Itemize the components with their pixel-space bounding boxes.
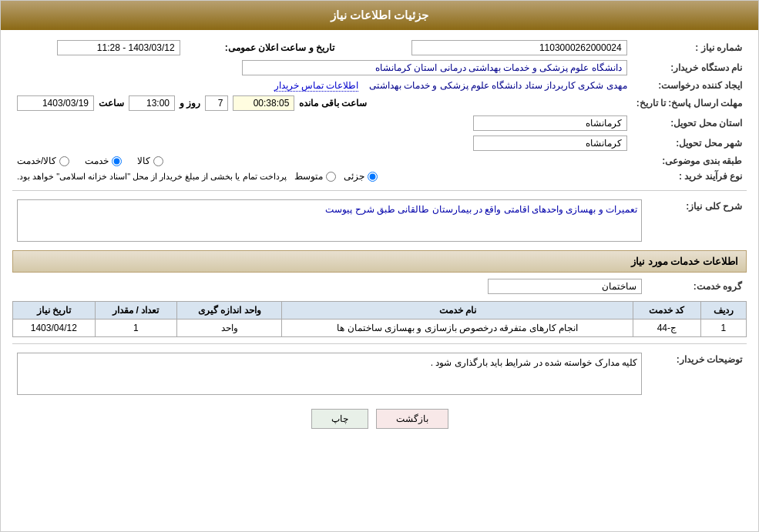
date-announce-label: تاریخ و ساعت اعلان عمومی:	[225, 42, 334, 53]
buyer-org-label: نام دستگاه خریدار:	[632, 58, 747, 78]
need-desc-label: شرح کلی نیاز:	[646, 197, 747, 244]
col-quantity: تعداد / مقدار	[95, 302, 176, 320]
deadline-date: 1403/03/19	[17, 95, 94, 111]
need-number-cell: 1103000262000024	[339, 38, 632, 58]
radio-motaset-label: متوسط	[294, 171, 323, 182]
buyer-notes-value: کلیه مدارک خواسته شده در شرایط باید بارگ…	[17, 353, 642, 395]
radio-khadamat: خدمت	[85, 156, 122, 166]
cell-service_code: ج-44	[633, 320, 701, 337]
purchase-type-label: نوع فرآیند خرید :	[632, 169, 747, 184]
service-group-label: گروه خدمت:	[646, 276, 747, 296]
radio-jozyi-input[interactable]	[368, 172, 378, 182]
creator-value: مهدی شکری کاربرداز ستاد دانشگاه علوم پزش…	[369, 80, 627, 91]
radio-motaset-input[interactable]	[326, 172, 336, 182]
radio-kala-khadamat: کالا/خدمت	[17, 156, 69, 166]
cell-quantity: 1	[95, 320, 176, 337]
radio-kala-khadamat-label: کالا/خدمت	[17, 156, 56, 166]
province-label: استان محل تحویل:	[632, 113, 747, 133]
province-value: کرمانشاه	[473, 115, 627, 131]
date-announce-value: 1403/03/12 - 11:28	[57, 40, 180, 55]
date-announce-cell: 1403/03/12 - 11:28	[12, 38, 185, 58]
deadline-remaining-label: ساعت باقی مانده	[299, 98, 367, 109]
category-label: طبقه بندی موضوعی:	[632, 153, 747, 169]
need-number-value: 1103000262000024	[411, 40, 627, 55]
services-grid: ردیف کد خدمت نام خدمت واحد اندازه گیری ت…	[12, 301, 747, 337]
back-button[interactable]: بازگشت	[376, 409, 448, 429]
services-section-header: اطلاعات خدمات مورد نیاز	[12, 250, 747, 273]
deadline-days-label: روز و	[180, 98, 200, 109]
radio-khadamat-input[interactable]	[112, 156, 122, 166]
page-header: جزئیات اطلاعات نیاز	[1, 1, 758, 30]
need-number-label: شماره نیاز :	[632, 38, 747, 58]
creator-cell: مهدی شکری کاربرداز ستاد دانشگاه علوم پزش…	[12, 78, 632, 93]
divider-1	[12, 190, 747, 191]
radio-kala-khadamat-input[interactable]	[59, 156, 69, 166]
purchase-note: پرداخت تمام یا بخشی از مبلغ خریدار از مح…	[17, 172, 287, 182]
deadline-remaining: 00:38:05	[233, 95, 294, 111]
cell-need_date: 1403/04/12	[13, 320, 96, 337]
category-cell: کالا/خدمت خدمت کالا	[12, 153, 632, 169]
table-row: 1ج-44انجام کارهای متفرقه درخصوص بازسازی …	[13, 320, 747, 337]
col-unit: واحد اندازه گیری	[177, 302, 282, 320]
buyer-org-value: دانشگاه علوم پزشکی و خدمات بهداشتی درمان…	[242, 60, 627, 75]
cell-row_num: 1	[700, 320, 746, 337]
deadline-time: 13:00	[129, 95, 175, 111]
deadline-days: 7	[205, 95, 228, 111]
radio-jozyi-label: جزئی	[344, 171, 364, 182]
bottom-buttons: بازگشت چاپ	[12, 409, 747, 429]
buyer-notes-label: توضیحات خریدار:	[646, 350, 747, 397]
description-table: شرح کلی نیاز: تعمیرات و بهسازی واحدهای ا…	[12, 197, 747, 244]
creator-label: ایجاد کننده درخواست:	[632, 78, 747, 93]
page-title: جزئیات اطلاعات نیاز	[331, 8, 428, 22]
col-service-code: کد خدمت	[633, 302, 701, 320]
divider-2	[12, 343, 747, 344]
radio-jozyi: جزئی	[344, 171, 378, 182]
cell-service_name: انجام کارهای متفرقه درخصوص بازسازی و بهس…	[282, 320, 633, 337]
province-cell: کرمانشاه	[12, 113, 632, 133]
col-service-name: نام خدمت	[282, 302, 633, 320]
date-announce-label-cell: تاریخ و ساعت اعلان عمومی:	[185, 38, 340, 58]
buyer-org-cell: دانشگاه علوم پزشکی و خدمات بهداشتی درمان…	[12, 58, 632, 78]
col-row-num: ردیف	[700, 302, 746, 320]
col-need-date: تاریخ نیاز	[13, 302, 96, 320]
deadline-cell: 1403/03/19 ساعت 13:00 روز و 7 00:38:05 س…	[12, 93, 632, 113]
city-cell: کرمانشاه	[12, 133, 632, 153]
cell-unit: واحد	[177, 320, 282, 337]
radio-kala-input[interactable]	[153, 156, 163, 166]
grid-area: ردیف کد خدمت نام خدمت واحد اندازه گیری ت…	[12, 301, 747, 337]
purchase-type-cell: پرداخت تمام یا بخشی از مبلغ خریدار از مح…	[12, 169, 632, 184]
page-container: جزئیات اطلاعات نیاز شماره نیاز : 1103000…	[0, 0, 759, 532]
content-area: شماره نیاز : 1103000262000024 تاریخ و سا…	[1, 30, 758, 448]
service-group-value: ساختمان	[488, 279, 642, 294]
notes-table: توضیحات خریدار: کلیه مدارک خواسته شده در…	[12, 350, 747, 397]
radio-kala: کالا	[137, 156, 163, 166]
deadline-label: مهلت ارسال پاسخ: تا تاریخ:	[632, 93, 747, 113]
print-button[interactable]: چاپ	[311, 409, 368, 429]
city-value: کرمانشاه	[473, 136, 627, 151]
radio-kala-label: کالا	[137, 156, 150, 166]
buyer-notes-cell: کلیه مدارک خواسته شده در شرایط باید بارگ…	[12, 350, 646, 397]
radio-motaset: متوسط	[294, 171, 336, 182]
need-description-value: تعمیرات و بهسازی واحدهای اقامتی واقع در …	[17, 199, 642, 242]
contact-link[interactable]: اطلاعات تماس خریدار	[274, 80, 359, 92]
radio-khadamat-label: خدمت	[85, 156, 109, 166]
deadline-time-label: ساعت	[99, 98, 124, 109]
service-group-cell: ساختمان	[12, 276, 646, 296]
city-label: شهر محل تحویل:	[632, 133, 747, 153]
need-desc-cell: تعمیرات و بهسازی واحدهای اقامتی واقع در …	[12, 197, 646, 244]
basic-info-table: شماره نیاز : 1103000262000024 تاریخ و سا…	[12, 38, 747, 184]
service-group-table: گروه خدمت: ساختمان	[12, 276, 747, 296]
